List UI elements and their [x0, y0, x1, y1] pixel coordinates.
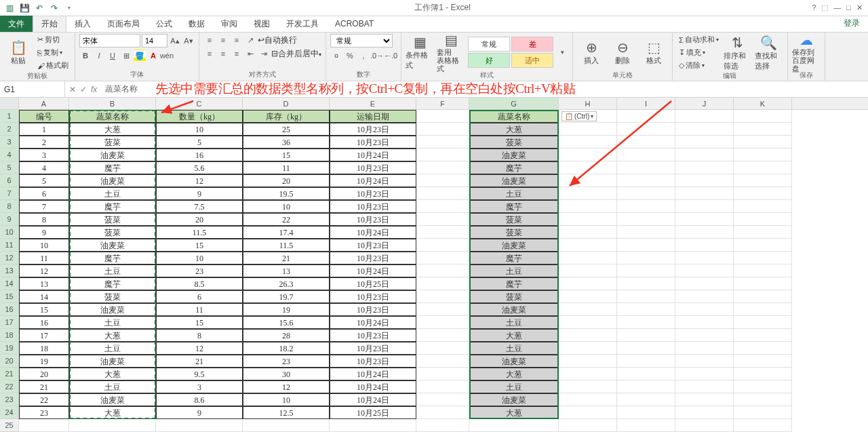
cell[interactable]: 6	[19, 187, 69, 200]
insert-cells-button[interactable]: ⊕插入	[577, 34, 606, 71]
row-header[interactable]: 2	[0, 123, 19, 136]
cell[interactable]: 10月24日	[330, 393, 416, 406]
cell[interactable]: 菠菜	[69, 290, 156, 303]
currency-button[interactable]: ¤	[330, 50, 342, 62]
cell[interactable]	[617, 329, 675, 342]
cell[interactable]	[617, 290, 675, 303]
col-A[interactable]: A	[19, 98, 69, 109]
cell[interactable]	[734, 239, 792, 252]
cell[interactable]	[617, 187, 675, 200]
percent-button[interactable]: %	[344, 50, 356, 62]
cell[interactable]: 油麦菜	[469, 393, 559, 406]
row-header[interactable]: 9	[0, 213, 19, 226]
cell[interactable]: 2	[19, 136, 69, 149]
style-neutral[interactable]: 适中	[511, 53, 553, 68]
cell[interactable]: 10月23日	[330, 213, 416, 226]
cell[interactable]	[734, 316, 792, 329]
center-align-button[interactable]: ≡	[217, 47, 229, 60]
cell[interactable]: 运输日期	[330, 110, 416, 123]
cell[interactable]	[617, 252, 675, 264]
cell[interactable]	[416, 200, 469, 213]
cell[interactable]	[617, 161, 675, 174]
cell[interactable]	[734, 277, 792, 290]
font-color-button[interactable]: A	[147, 50, 159, 62]
cell[interactable]	[734, 419, 792, 432]
cell[interactable]: 油麦菜	[469, 355, 559, 368]
cell[interactable]: 菠菜	[469, 290, 559, 303]
cell[interactable]	[675, 380, 734, 393]
cell[interactable]	[617, 213, 675, 226]
cell[interactable]: 22	[243, 213, 330, 226]
cell[interactable]	[675, 226, 734, 239]
cell[interactable]: 油麦菜	[69, 239, 156, 252]
cell[interactable]	[416, 316, 469, 329]
cell[interactable]	[416, 380, 469, 393]
cell[interactable]	[734, 406, 792, 419]
cell[interactable]	[734, 368, 792, 380]
cell[interactable]	[416, 419, 469, 432]
cell[interactable]	[559, 213, 617, 226]
cell[interactable]: 油麦菜	[69, 303, 156, 316]
redo-icon[interactable]: ↷	[49, 3, 60, 14]
cell[interactable]	[559, 277, 617, 290]
cell[interactable]: 土豆	[69, 342, 156, 355]
row-header[interactable]: 8	[0, 200, 19, 213]
cell[interactable]	[559, 329, 617, 342]
fill-color-button[interactable]: 🪣	[134, 50, 146, 62]
cell[interactable]: 16	[19, 316, 69, 329]
cell[interactable]	[675, 406, 734, 419]
cell[interactable]	[416, 342, 469, 355]
cell[interactable]	[559, 239, 617, 252]
cell[interactable]	[559, 355, 617, 368]
cell[interactable]: 10月24日	[330, 380, 416, 393]
orientation-button[interactable]: ↗	[244, 34, 256, 46]
cell[interactable]: 15.6	[243, 316, 330, 329]
left-align-button[interactable]: ≡	[203, 47, 216, 60]
cell[interactable]: 12	[156, 174, 243, 187]
acrobat-tab[interactable]: ACROBAT	[327, 16, 382, 32]
cell[interactable]: 10月24日	[330, 368, 416, 380]
font-size-combo[interactable]	[142, 34, 167, 47]
cell[interactable]: 菠菜	[469, 226, 559, 239]
top-align-button[interactable]: ≡	[203, 34, 216, 46]
cell[interactable]: 10月23日	[330, 342, 416, 355]
cell[interactable]	[675, 149, 734, 161]
cell[interactable]: 10月23日	[330, 200, 416, 213]
cell[interactable]	[559, 316, 617, 329]
cell[interactable]	[675, 264, 734, 277]
cell[interactable]	[416, 303, 469, 316]
cell[interactable]	[559, 368, 617, 380]
cell[interactable]: 10月24日	[330, 174, 416, 187]
cell[interactable]	[416, 329, 469, 342]
cell[interactable]	[559, 290, 617, 303]
cell[interactable]	[69, 419, 156, 432]
cell[interactable]	[416, 290, 469, 303]
cell[interactable]	[675, 187, 734, 200]
row-header[interactable]: 19	[0, 342, 19, 355]
cell[interactable]: 大葱	[469, 329, 559, 342]
cell[interactable]	[243, 419, 330, 432]
save-baidu-button[interactable]: ☁保存到 百度网盘	[792, 34, 821, 71]
cell[interactable]: 大葱	[69, 329, 156, 342]
cell[interactable]: 21	[19, 380, 69, 393]
cell[interactable]: 土豆	[469, 264, 559, 277]
cell[interactable]	[559, 123, 617, 136]
cell[interactable]: 10月24日	[330, 264, 416, 277]
col-B[interactable]: B	[69, 98, 156, 109]
cell[interactable]	[559, 226, 617, 239]
comma-button[interactable]: ,	[357, 50, 370, 62]
cell[interactable]: 17	[19, 329, 69, 342]
cell[interactable]: 19.7	[243, 290, 330, 303]
delete-cells-button[interactable]: ⊖删除	[608, 34, 637, 71]
col-H[interactable]: H	[559, 98, 617, 109]
cell[interactable]	[559, 380, 617, 393]
indent-button[interactable]: ⇥	[258, 47, 270, 60]
style-normal[interactable]: 常规	[468, 37, 510, 52]
outdent-button[interactable]: ⇤	[244, 47, 256, 60]
clear-button[interactable]: ◇清除▾	[677, 60, 721, 71]
cell[interactable]: 菠菜	[469, 213, 559, 226]
cell[interactable]	[559, 264, 617, 277]
cell[interactable]: 土豆	[69, 264, 156, 277]
cell[interactable]	[617, 419, 675, 432]
cell[interactable]	[675, 355, 734, 368]
